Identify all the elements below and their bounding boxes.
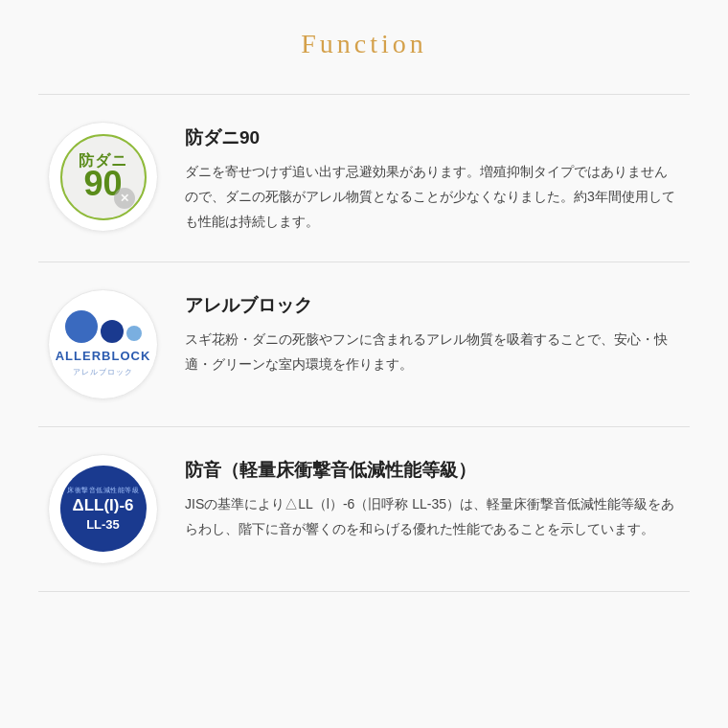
boudani-logo: 防ダニ 90 ✕ [48,122,158,232]
allerblock-bubbles [65,310,142,343]
page-title: Function [38,29,690,59]
feature-item-boudani: 防ダニ 90 ✕ 防ダニ90 ダニを寄せつけず追い出す忌避効果があります。増殖抑… [38,94,690,262]
allerblock-text-sub: アレルブロック [73,367,133,377]
bubble-medium [101,320,124,343]
allerblock-text-main: ALLERBLOCK [56,349,151,363]
boudani-content: 防ダニ90 ダニを寄せつけず追い出す忌避効果があります。増殖抑制タイプではありま… [185,122,680,235]
boon-description: JISの基準により△LL（l）-6（旧呼称 LL-35）は、軽量床衝撃音低減性能… [185,492,680,542]
boon-main-text: ΔLL(I)-6 [72,497,133,515]
bubble-small [126,326,142,341]
boon-logo: 床衝撃音低減性能等級 ΔLL(I)-6 LL-35 [48,454,158,564]
allerblock-content: アレルブロック スギ花粉・ダニの死骸やフンに含まれるアレル物質を吸着することで、… [185,289,680,377]
feature-item-allerblock: ALLERBLOCK アレルブロック アレルブロック スギ花粉・ダニの死骸やフン… [38,262,690,426]
feature-item-boon: 床衝撃音低減性能等級 ΔLL(I)-6 LL-35 防音（軽量床衝撃音低減性能等… [38,426,690,592]
boon-title: 防音（軽量床衝撃音低減性能等級） [185,458,680,483]
bubble-large [65,310,98,343]
boon-content: 防音（軽量床衝撃音低減性能等級） JISの基準により△LL（l）-6（旧呼称 L… [185,454,680,542]
page-container: Function 防ダニ 90 ✕ 防ダニ90 ダニを寄せつけず追い出す忌避効果… [0,0,728,630]
boudani-title: 防ダニ90 [185,125,680,150]
boon-top-text: 床衝撃音低減性能等級 [67,486,139,495]
boudani-x-icon: ✕ [114,188,135,209]
boon-badge: 床衝撃音低減性能等級 ΔLL(I)-6 LL-35 [60,466,147,552]
allerblock-title: アレルブロック [185,293,680,318]
allerblock-logo: ALLERBLOCK アレルブロック [48,289,158,399]
allerblock-description: スギ花粉・ダニの死骸やフンに含まれるアレル物質を吸着することで、安心・快適・グリ… [185,328,680,377]
boudani-description: ダニを寄せつけず追い出す忌避効果があります。増殖抑制タイプではありませんので、ダ… [185,160,680,235]
boon-sub-text: LL-35 [86,517,120,532]
